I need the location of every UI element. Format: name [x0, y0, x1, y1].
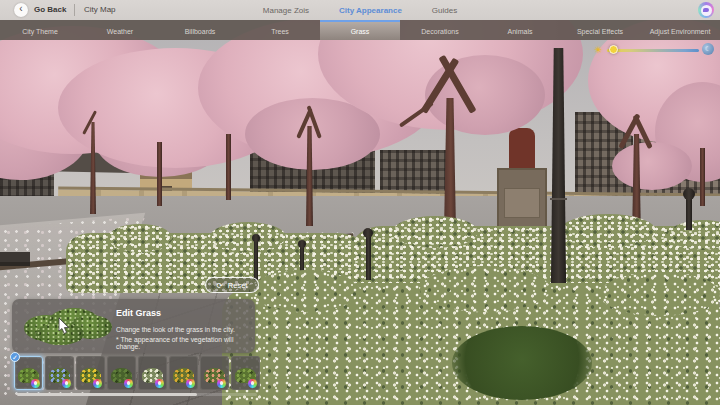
edit-grass-tooltip: Edit Grass Change the look of the grass …	[12, 299, 255, 353]
tree-trunk	[226, 134, 231, 200]
bollard-lamp	[298, 240, 306, 248]
reset-button[interactable]: ⟳ Reset	[205, 277, 259, 293]
hedge-bush	[392, 216, 478, 248]
header-tab[interactable]: Guides	[432, 6, 457, 15]
hedge-bush	[250, 270, 360, 312]
subnav-tab[interactable]: Grass	[320, 20, 400, 40]
grass-thumbnail-white-tipped-grass[interactable]: ✓	[138, 356, 167, 390]
hedge-bush	[600, 272, 720, 316]
refresh-icon: ⟳	[217, 281, 223, 290]
grass-thumbnail-row: ✓ ✓ ✓ ✓ ✓	[14, 356, 260, 390]
grass-thumbnail-pink-flower-grass[interactable]: ✓	[200, 356, 229, 390]
hedge-bush	[108, 224, 172, 252]
header-tab-label: City Appearance	[339, 6, 402, 15]
back-chevron-icon: ‹	[19, 3, 22, 14]
time-of-day-slider: ☀ ☾	[594, 43, 716, 57]
subnav-tab-label: Decorations	[421, 28, 458, 35]
subnav-tab[interactable]: Trees	[240, 20, 320, 40]
bollard-lamp	[363, 228, 373, 238]
appearance-subnav: City Theme Weather Billboards Trees Gras…	[0, 20, 720, 40]
tree-trunk	[157, 142, 162, 206]
city-map-button[interactable]: City Map	[84, 5, 116, 14]
subnav-tab[interactable]: Special Effects	[560, 20, 640, 40]
header-tab[interactable]: Manage Zois	[263, 6, 309, 15]
color-wheel-icon[interactable]	[93, 379, 102, 388]
subnav-tab[interactable]: Adjust Environment	[640, 20, 720, 40]
divider	[74, 4, 75, 16]
subnav-tab-label: Billboards	[185, 28, 216, 35]
subnav-tab[interactable]: City Theme	[0, 20, 80, 40]
grass-patch	[452, 326, 592, 400]
grass-thumbnail-green-grass[interactable]: ✓	[14, 356, 43, 390]
chat-icon[interactable]	[698, 2, 714, 18]
subnav-tab[interactable]: Animals	[480, 20, 560, 40]
statue-pedestal-panel	[504, 188, 540, 218]
reset-button-label: Reset	[228, 281, 248, 290]
color-wheel-icon[interactable]	[62, 379, 71, 388]
top-bar: ‹ Go Back City Map Manage Zois City Appe…	[0, 0, 720, 20]
hedge-bush	[560, 214, 656, 248]
sun-icon: ☀	[594, 45, 602, 55]
panel-description: Change the look of the grass in the city…	[116, 325, 235, 336]
time-slider-track[interactable]	[607, 49, 699, 52]
grass-thumbnail-blue-flower-grass[interactable]: ✓	[45, 356, 74, 390]
panel-note: * The appearance of the vegetation will …	[116, 336, 255, 350]
cherry-tree-canopy	[612, 142, 692, 190]
color-wheel-icon[interactable]	[186, 379, 195, 388]
back-button-label[interactable]: Go Back	[34, 5, 66, 14]
back-button[interactable]: ‹	[14, 3, 28, 17]
bollard-lamp	[366, 236, 371, 280]
hedge-bush	[210, 222, 286, 252]
grass-thumbnail-meadow-grass[interactable]: ✓	[231, 356, 260, 390]
color-wheel-icon[interactable]	[155, 379, 164, 388]
color-wheel-icon[interactable]	[248, 379, 257, 388]
moon-icon: ☾	[702, 43, 714, 55]
header-tab[interactable]: City Appearance	[339, 6, 402, 15]
header-tab-label: Guides	[432, 6, 457, 15]
color-wheel-icon[interactable]	[124, 379, 133, 388]
chat-icon-inner	[701, 5, 712, 16]
grass-thumbnail-dark-green-grass[interactable]: ✓	[107, 356, 136, 390]
bollard-lamp	[252, 234, 260, 242]
subnav-tab-label: Animals	[508, 28, 533, 35]
bench	[0, 252, 30, 266]
thumbnail-scrollbar-thumb[interactable]	[17, 393, 197, 396]
bollard-lamp	[254, 240, 258, 280]
thumbnail-scrollbar-track[interactable]	[17, 393, 257, 396]
subnav-tab-label: Trees	[271, 28, 289, 35]
time-slider-handle[interactable]	[609, 45, 618, 54]
bollard-lamp	[683, 188, 695, 200]
subnav-tab-label: Weather	[107, 28, 133, 35]
header-tab-label: Manage Zois	[263, 6, 309, 15]
panel-title: Edit Grass	[116, 308, 161, 318]
hedge-bush	[420, 266, 550, 312]
subnav-tab-label: Special Effects	[577, 28, 623, 35]
color-wheel-icon[interactable]	[217, 379, 226, 388]
grass-thumbnail-yellow-flower-grass[interactable]: ✓	[76, 356, 105, 390]
color-wheel-icon[interactable]	[31, 379, 40, 388]
subnav-tab[interactable]: Decorations	[400, 20, 480, 40]
bollard-lamp	[686, 196, 692, 230]
selected-check-icon: ✓	[10, 352, 20, 362]
grass-thumbnail-golden-flower-grass[interactable]: ✓	[169, 356, 198, 390]
subnav-tab-label: City Theme	[22, 28, 58, 35]
subnav-tab-label: Grass	[351, 28, 370, 35]
tree-trunk	[700, 148, 705, 206]
header-tabs: Manage Zois City Appearance Guides	[263, 0, 457, 20]
game-window: ‹ Go Back City Map Manage Zois City Appe…	[0, 0, 720, 405]
mouse-cursor	[58, 318, 72, 340]
speech-bubble-icon	[703, 8, 709, 13]
lamp-post-ring	[550, 198, 567, 200]
subnav-tab[interactable]: Billboards	[160, 20, 240, 40]
subnav-tab-label: Adjust Environment	[650, 28, 711, 35]
subnav-tab[interactable]: Weather	[80, 20, 160, 40]
